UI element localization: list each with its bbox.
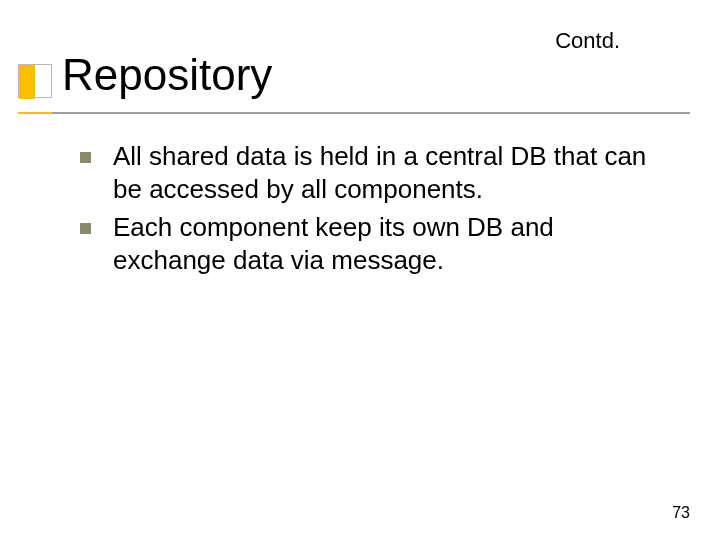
square-bullet-icon	[80, 152, 91, 163]
slide-title: Repository	[62, 50, 272, 100]
list-item: All shared data is held in a central DB …	[80, 140, 670, 207]
title-accent-icon	[18, 64, 52, 98]
page-number: 73	[672, 504, 690, 522]
square-bullet-icon	[80, 223, 91, 234]
bullet-text: Each component keep its own DB and excha…	[113, 211, 670, 278]
bullet-text: All shared data is held in a central DB …	[113, 140, 670, 207]
continued-label: Contd.	[555, 28, 620, 54]
slide-body: All shared data is held in a central DB …	[80, 140, 670, 281]
slide-header: Contd. Repository	[0, 0, 720, 120]
title-underline	[18, 112, 690, 114]
list-item: Each component keep its own DB and excha…	[80, 211, 670, 278]
